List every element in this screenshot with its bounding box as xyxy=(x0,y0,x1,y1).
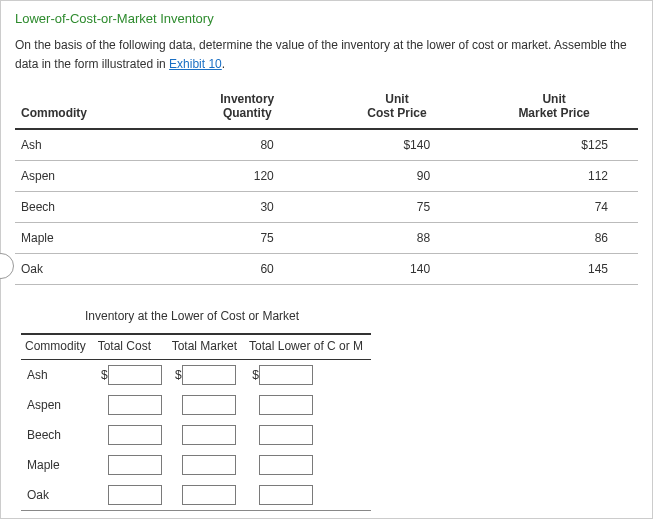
col-qty: Inventory Quantity xyxy=(171,88,324,129)
cell-qty: 80 xyxy=(171,129,324,161)
cell-qty: 120 xyxy=(171,161,324,192)
dollar-sign: $ xyxy=(100,368,108,382)
input-total-market[interactable] xyxy=(182,455,236,475)
entry-row-label: Oak xyxy=(21,480,94,511)
input-total-market[interactable] xyxy=(182,365,236,385)
prev-nav-circle[interactable] xyxy=(0,253,14,279)
entry-row: Beech xyxy=(21,420,371,450)
cell-mkt: 112 xyxy=(470,161,638,192)
cell-name: Beech xyxy=(15,192,171,223)
entry-row-label: Maple xyxy=(21,450,94,480)
entry-total-label: Total xyxy=(21,511,94,519)
input-total-lower[interactable] xyxy=(259,395,313,415)
col-cost: Unit Cost Price xyxy=(324,88,470,129)
cell-mkt: 86 xyxy=(470,223,638,254)
input-total-cost[interactable] xyxy=(108,485,162,505)
col-cost-l1: Unit xyxy=(330,92,464,106)
cell-mkt: 145 xyxy=(470,254,638,285)
input-total-lower[interactable] xyxy=(259,455,313,475)
exercise-panel: Lower-of-Cost-or-Market Inventory On the… xyxy=(0,0,653,519)
entry-row: Oak xyxy=(21,480,371,511)
col-mkt-l1: Unit xyxy=(476,92,632,106)
instructions-text: On the basis of the following data, dete… xyxy=(15,38,627,71)
input-total-lower[interactable] xyxy=(259,425,313,445)
input-total-cost[interactable] xyxy=(108,395,162,415)
page-title: Lower-of-Cost-or-Market Inventory xyxy=(15,11,638,26)
col-mkt: Unit Market Price xyxy=(470,88,638,129)
cell-qty: 60 xyxy=(171,254,324,285)
ecol-total-cost: Total Cost xyxy=(94,334,168,360)
cell-cost: 75 xyxy=(324,192,470,223)
table-row: Beech 30 75 74 xyxy=(15,192,638,223)
col-cost-l2: Cost Price xyxy=(330,106,464,120)
dollar-sign: $ xyxy=(174,368,182,382)
data-table: Commodity Inventory Quantity Unit Cost P… xyxy=(15,88,638,285)
table-row: Oak 60 140 145 xyxy=(15,254,638,285)
cell-name: Ash xyxy=(15,129,171,161)
col-qty-l2: Quantity xyxy=(177,106,318,120)
cell-cost: $140 xyxy=(324,129,470,161)
entry-row: Aspen xyxy=(21,390,371,420)
entry-row-label: Aspen xyxy=(21,390,94,420)
entry-row: Maple xyxy=(21,450,371,480)
ecol-total-mkt: Total Market xyxy=(168,334,245,360)
col-qty-l1: Inventory xyxy=(177,92,318,106)
ecol-commodity: Commodity xyxy=(21,334,94,360)
exhibit-link[interactable]: Exhibit 10 xyxy=(169,57,222,71)
input-total-cost[interactable] xyxy=(108,365,162,385)
table-row: Ash 80 $140 $125 xyxy=(15,129,638,161)
input-total-cost[interactable] xyxy=(108,455,162,475)
cell-name: Oak xyxy=(15,254,171,285)
cell-qty: 30 xyxy=(171,192,324,223)
cell-qty: 75 xyxy=(171,223,324,254)
dollar-sign: $ xyxy=(251,368,259,382)
col-mkt-l2: Market Price xyxy=(476,106,632,120)
cell-mkt: 74 xyxy=(470,192,638,223)
col-commodity: Commodity xyxy=(15,88,171,129)
entry-row-label: Ash xyxy=(21,360,94,391)
table-row: Maple 75 88 86 xyxy=(15,223,638,254)
instructions: On the basis of the following data, dete… xyxy=(15,36,638,74)
input-total-market[interactable] xyxy=(182,425,236,445)
cell-cost: 140 xyxy=(324,254,470,285)
entry-total-row: Total $ $ $ xyxy=(21,511,371,519)
table-row: Aspen 120 90 112 xyxy=(15,161,638,192)
entry-row-label: Beech xyxy=(21,420,94,450)
cell-name: Aspen xyxy=(15,161,171,192)
cell-name: Maple xyxy=(15,223,171,254)
entry-table: Commodity Total Cost Total Market Total … xyxy=(21,333,371,519)
input-total-market[interactable] xyxy=(182,395,236,415)
input-total-lower[interactable] xyxy=(259,485,313,505)
ecol-total-lower: Total Lower of C or M xyxy=(245,334,371,360)
entry-row: Ash $ $ $ xyxy=(21,360,371,391)
cell-mkt: $125 xyxy=(470,129,638,161)
input-total-cost[interactable] xyxy=(108,425,162,445)
input-total-market[interactable] xyxy=(182,485,236,505)
entry-table-title: Inventory at the Lower of Cost or Market xyxy=(85,309,638,323)
instructions-text-end: . xyxy=(222,57,225,71)
cell-cost: 88 xyxy=(324,223,470,254)
cell-cost: 90 xyxy=(324,161,470,192)
input-total-lower[interactable] xyxy=(259,365,313,385)
